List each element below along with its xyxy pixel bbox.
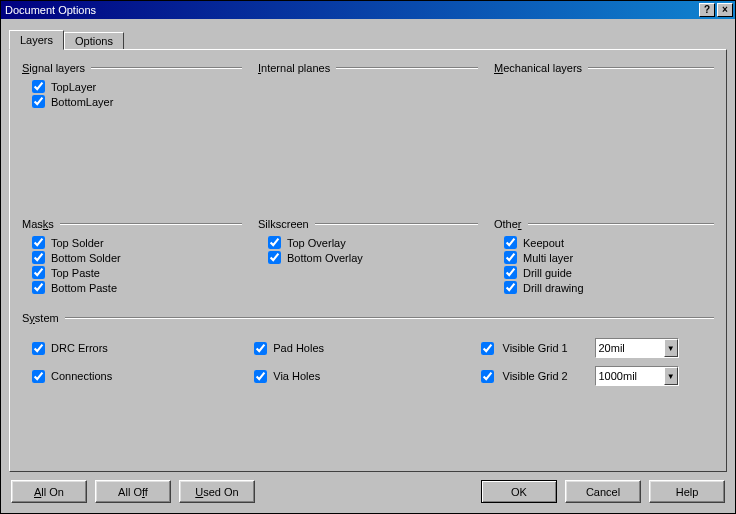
checkbox-top-overlay[interactable]: Top Overlay: [268, 236, 478, 249]
client-area: Layers Options Signal layers TopLayer Bo…: [1, 19, 735, 513]
checkbox-bottomlayer[interactable]: BottomLayer: [32, 95, 242, 108]
tabstrip: Layers Options: [9, 27, 727, 49]
group-internal-planes: Internal planes: [258, 62, 478, 202]
checkbox-connections[interactable]: Connections: [32, 370, 228, 383]
group-silkscreen: Silkscreen Top Overlay Bottom Overlay: [258, 218, 478, 296]
divider: [588, 67, 714, 69]
checkbox-top-solder[interactable]: Top Solder: [32, 236, 242, 249]
group-label-other: Other: [494, 218, 522, 230]
chevron-down-icon[interactable]: ▼: [664, 339, 678, 357]
divider: [65, 317, 714, 319]
divider: [336, 67, 478, 69]
all-off-button[interactable]: All Off: [95, 480, 171, 503]
close-icon: ×: [722, 5, 728, 15]
checkbox-toplayer[interactable]: TopLayer: [32, 80, 242, 93]
label-visible-grid-2: Visible Grid 2: [503, 370, 589, 382]
checkbox-bottom-paste[interactable]: Bottom Paste: [32, 281, 242, 294]
label-visible-grid-1: Visible Grid 1: [503, 342, 589, 354]
window-title: Document Options: [5, 4, 697, 16]
group-signal-layers: Signal layers TopLayer BottomLayer: [22, 62, 242, 202]
input-visible-grid-2[interactable]: [596, 367, 664, 385]
checkbox-visible-grid-2[interactable]: [481, 370, 494, 383]
combo-visible-grid-2[interactable]: ▼: [595, 366, 679, 386]
checkbox-via-holes[interactable]: Via Holes: [254, 370, 450, 383]
divider: [91, 67, 242, 69]
cancel-button[interactable]: Cancel: [565, 480, 641, 503]
chevron-down-icon[interactable]: ▼: [664, 367, 678, 385]
row-visible-grid-1: Visible Grid 1 ▼: [477, 338, 715, 358]
group-label-internal: Internal planes: [258, 62, 330, 74]
group-label-silkscreen: Silkscreen: [258, 218, 309, 230]
group-label-masks: Masks: [22, 218, 54, 230]
group-mechanical-layers: Mechanical layers: [494, 62, 714, 202]
group-masks: Masks Top Solder Bottom Solder Top Paste…: [22, 218, 242, 296]
document-options-dialog: Document Options ? × Layers Options Sign…: [0, 0, 736, 514]
group-other: Other Keepout Multi layer Drill guide Dr…: [494, 218, 714, 296]
tab-panel-layers: Signal layers TopLayer BottomLayer Inter…: [9, 49, 727, 472]
combo-visible-grid-1[interactable]: ▼: [595, 338, 679, 358]
group-label-signal: Signal layers: [22, 62, 85, 74]
group-system: System: [22, 312, 714, 324]
input-visible-grid-1[interactable]: [596, 339, 664, 357]
all-on-button[interactable]: All On: [11, 480, 87, 503]
titlebar: Document Options ? ×: [1, 1, 735, 19]
checkbox-bottom-overlay[interactable]: Bottom Overlay: [268, 251, 478, 264]
ok-button[interactable]: OK: [481, 480, 557, 503]
help-button[interactable]: Help: [649, 480, 725, 503]
divider: [60, 223, 242, 225]
divider: [528, 223, 714, 225]
help-icon: ?: [704, 5, 710, 15]
checkbox-drill-drawing[interactable]: Drill drawing: [504, 281, 714, 294]
checkbox-drc-errors[interactable]: DRC Errors: [32, 342, 228, 355]
used-on-button[interactable]: Used On: [179, 480, 255, 503]
row-visible-grid-2: Visible Grid 2 ▼: [477, 366, 715, 386]
checkbox-multi-layer[interactable]: Multi layer: [504, 251, 714, 264]
group-label-mechanical: Mechanical layers: [494, 62, 582, 74]
checkbox-visible-grid-1[interactable]: [481, 342, 494, 355]
tab-options[interactable]: Options: [64, 32, 124, 49]
button-bar: All On All Off Used On OK Cancel Help: [9, 472, 727, 505]
tab-layers[interactable]: Layers: [9, 30, 64, 50]
checkbox-keepout[interactable]: Keepout: [504, 236, 714, 249]
divider: [315, 223, 478, 225]
titlebar-close-button[interactable]: ×: [717, 3, 733, 17]
checkbox-drill-guide[interactable]: Drill guide: [504, 266, 714, 279]
checkbox-pad-holes[interactable]: Pad Holes: [254, 342, 450, 355]
checkbox-bottom-solder[interactable]: Bottom Solder: [32, 251, 242, 264]
checkbox-top-paste[interactable]: Top Paste: [32, 266, 242, 279]
group-label-system: System: [22, 312, 59, 324]
titlebar-help-button[interactable]: ?: [699, 3, 715, 17]
